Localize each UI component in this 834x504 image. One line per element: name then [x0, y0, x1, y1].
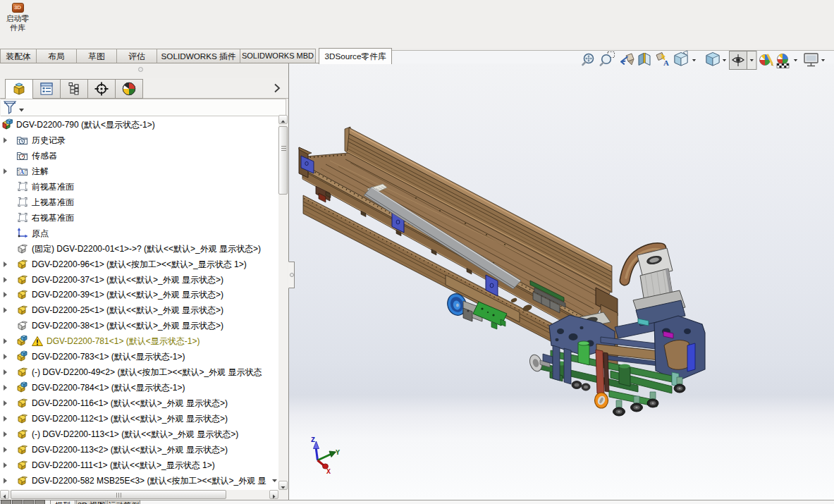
svg-text:A: A [663, 59, 669, 67]
svg-text:Y: Y [336, 449, 340, 457]
svg-text:X: X [326, 468, 331, 476]
svg-text:Z: Z [311, 436, 315, 444]
